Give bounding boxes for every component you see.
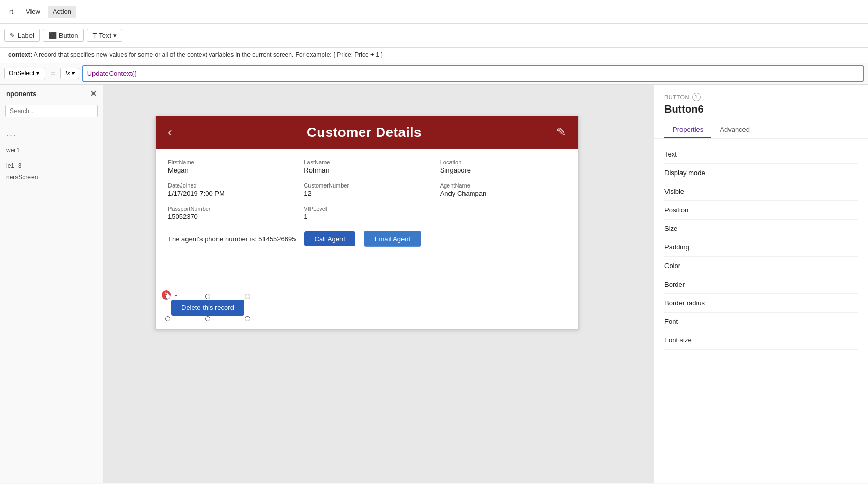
field-label-agentname: AgentName [440,182,566,189]
field-value-lastname: Rohman [304,166,429,174]
handle-tr [245,294,250,299]
sidebar-more-icon[interactable]: ··· [0,126,103,145]
field-value-agentname: Andy Champan [440,190,566,197]
handle-bl [165,316,171,321]
property-size[interactable]: Size [664,220,858,238]
panel-properties-list: Text Display mode Visible Position Size … [654,139,868,356]
property-color[interactable]: Color [664,257,858,275]
text-button[interactable]: T Text ▾ [87,29,122,42]
info-bar: context: A record that specifies new val… [0,48,868,63]
field-datejoined: DateJoined 1/17/2019 7:00 PM [168,182,293,197]
menu-item-view[interactable]: View [21,6,45,18]
sidebar-header: nponents ✕ [0,85,103,103]
button-btn-text: Button [59,32,79,39]
card-header: ‹ Customer Details ✎ [156,116,578,149]
component-type-text: BUTTON [664,94,689,100]
field-value-location: Singapore [440,166,566,174]
field-value-viplevel: 1 [304,213,429,221]
left-sidebar: nponents ✕ ··· wer1 le1_3 nersScreen [0,85,103,483]
property-padding-label: Padding [664,243,858,251]
property-visible-label: Visible [664,188,858,195]
property-position-label: Position [664,206,858,214]
fx-button[interactable]: fx ▾ [60,68,79,79]
property-border-label: Border [664,280,858,288]
handle-bc [205,316,210,321]
panel-tabs: Properties Advanced [664,121,858,138]
selection-frame: Delete this record [168,296,247,319]
fx-icon: fx [65,70,70,77]
field-label-location: Location [440,159,566,165]
handle-tc [205,294,210,299]
property-font[interactable]: Font [664,313,858,331]
toolbar-buttons: ✎ Label ⬛ Button T Text ▾ [4,29,122,42]
button-icon: ⬛ [49,32,57,39]
close-sidebar-button[interactable]: ✕ [90,89,97,99]
sidebar-item-nersscreen[interactable]: nersScreen [0,171,103,183]
info-description: : A record that specifies new values for… [30,51,383,58]
menu-item-action[interactable]: Action [48,6,76,18]
property-border-radius[interactable]: Border radius [664,294,858,313]
property-color-label: Color [664,262,858,270]
label-btn-text: Label [18,32,34,39]
tab-properties[interactable]: Properties [664,121,711,138]
info-param: context [8,51,30,58]
sidebar-item-viewer1[interactable]: wer1 [0,145,103,156]
card-body: FirstName Megan LastName Rohman Location… [156,149,578,329]
property-text[interactable]: Text [664,145,858,164]
label-button[interactable]: ✎ Label [4,29,40,42]
customer-detail-card: ‹ Customer Details ✎ FirstName Megan Las… [155,116,579,330]
right-panel: BUTTON ? Button6 Properties Advanced Tex… [654,85,868,483]
property-text-label: Text [664,150,858,158]
sidebar-title: nponents [6,90,37,98]
back-arrow-icon[interactable]: ‹ [168,125,172,139]
component-name: Button6 [664,103,858,115]
property-border[interactable]: Border [664,275,858,294]
property-font-label: Font [664,318,858,325]
call-agent-button[interactable]: Call Agent [304,231,355,246]
property-display-mode[interactable]: Display mode [664,164,858,182]
property-dropdown[interactable]: OnSelect ▾ [4,68,45,79]
field-value-passportnumber: 15052370 [168,213,293,221]
field-label-passportnumber: PassportNumber [168,206,293,212]
field-value-datejoined: 1/17/2019 7:00 PM [168,190,293,197]
right-panel-header: BUTTON ? Button6 Properties Advanced [654,85,868,139]
menu-bar: rt View Action [0,0,868,24]
property-border-radius-label: Border radius [664,299,858,307]
field-label-lastname: LastName [304,159,429,165]
fields-grid: FirstName Megan LastName Rohman Location… [168,159,566,221]
handle-tl [165,294,171,299]
agent-info-row: The agent's phone number is: 5145526695 … [168,231,566,247]
fx-chevron: ▾ [71,70,74,77]
label-icon: ✎ [10,32,16,39]
field-passportnumber: PassportNumber 15052370 [168,206,293,221]
delete-record-button[interactable]: Delete this record [171,300,244,316]
agent-phone-text: The agent's phone number is: 5145526695 [168,235,296,243]
menu-item-rt[interactable]: rt [4,6,19,18]
edit-icon[interactable]: ✎ [556,126,566,139]
text-btn-text: Text [99,32,111,39]
formula-input[interactable] [82,65,864,82]
sidebar-search-input[interactable] [5,105,98,117]
equals-sign: = [49,69,57,78]
property-display-mode-label: Display mode [664,169,858,177]
property-value: OnSelect [9,70,34,77]
delete-record-area: ✕ ⌄ [168,296,247,319]
property-padding[interactable]: Padding [664,238,858,257]
sidebar-item-3[interactable] [0,156,103,160]
field-label-customernumber: CustomerNumber [304,182,429,189]
field-label-firstname: FirstName [168,159,293,165]
text-icon: T [92,32,97,39]
property-font-size[interactable]: Font size [664,331,858,350]
tab-advanced[interactable]: Advanced [711,121,758,138]
button-button[interactable]: ⬛ Button [43,29,84,42]
property-visible[interactable]: Visible [664,182,858,201]
field-viplevel: VIPLevel 1 [304,206,429,221]
sidebar-item-le1-3[interactable]: le1_3 [0,160,103,171]
property-font-size-label: Font size [664,336,858,344]
card-title: Customer Details [307,124,422,140]
field-label-datejoined: DateJoined [168,182,293,189]
property-position[interactable]: Position [664,201,858,220]
sidebar-section [0,121,103,126]
field-value-firstname: Megan [168,166,293,174]
email-agent-button[interactable]: Email Agent [364,231,421,247]
